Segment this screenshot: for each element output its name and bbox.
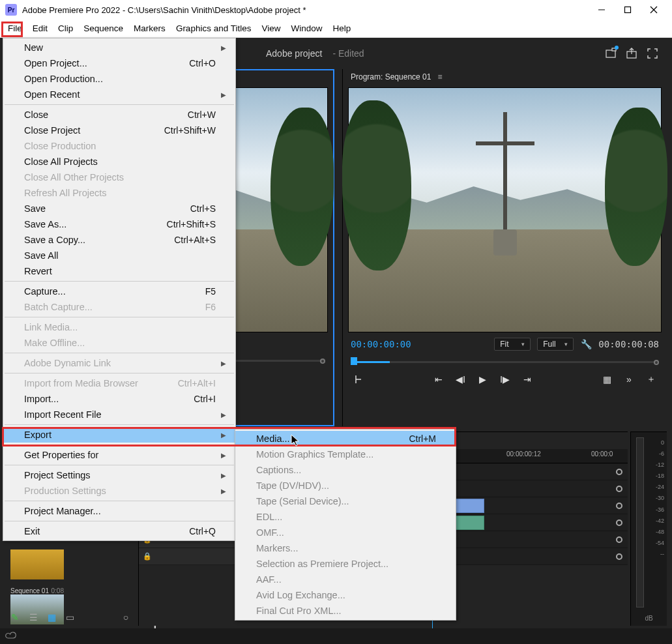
export-menu-item: Avid Log Exchange...	[235, 587, 456, 603]
file-menu-item[interactable]: Open Recent▶	[3, 87, 235, 102]
program-timecode-out: 00:00:00:08	[598, 339, 659, 349]
fullscreen-icon[interactable]	[646, 47, 659, 60]
window-maximize-button[interactable]	[615, 0, 641, 20]
file-menu-item[interactable]: Capture...F5	[3, 284, 235, 299]
menu-separator	[5, 281, 234, 282]
mark-in-icon[interactable]	[351, 372, 366, 387]
export-menu-item[interactable]: Media...Ctrl+M	[235, 431, 456, 446]
menu-item-label: Final Cut Pro XML...	[256, 606, 342, 616]
audio-meter-unit: dB	[631, 615, 667, 622]
menu-item-label: Open Recent	[24, 89, 80, 100]
program-monitor-panel: Program: Sequence 01 ≡ 00:00:00:00 Fit▾ …	[342, 69, 667, 426]
export-menu-item: AAF...	[235, 572, 456, 587]
menu-item-label: Tape (DV/HDV)...	[256, 480, 329, 491]
export-menu-item: Motion Graphics Template...	[235, 446, 456, 462]
freeform-icon[interactable]: ✎	[9, 611, 21, 623]
program-panel-menu-icon[interactable]: ≡	[437, 72, 442, 81]
menu-item-label: Production Settings	[24, 486, 106, 496]
quick-export-icon[interactable]	[604, 47, 617, 60]
menu-item-label: Get Properties for	[24, 450, 98, 460]
window-minimize-button[interactable]	[589, 0, 615, 20]
list-view-icon[interactable]: ☰	[27, 611, 39, 623]
file-menu-item[interactable]: Revert	[3, 263, 235, 279]
file-menu-item: Import from Media BrowserCtrl+Alt+I	[3, 375, 235, 391]
share-icon[interactable]	[625, 47, 638, 60]
submenu-arrow-icon: ▶	[221, 360, 226, 367]
program-scrubber[interactable]	[351, 356, 659, 368]
export-menu-item: Markers...	[235, 540, 456, 556]
menu-markers[interactable]: Markers	[128, 21, 171, 36]
audio-meter: 0 -6 -12 -18 -24 -30 -36 -42 -48 -54 -- …	[630, 432, 667, 626]
file-menu-item: Adobe Dynamic Link▶	[3, 355, 235, 371]
file-menu-item[interactable]: Import...Ctrl+I	[3, 391, 235, 407]
program-zoom-fit[interactable]: Fit▾	[494, 338, 531, 351]
menu-separator	[5, 501, 234, 501]
menu-graphics-titles[interactable]: Graphics and Titles	[171, 21, 257, 36]
project-item[interactable]	[10, 549, 64, 579]
menu-item-label: Open Production...	[24, 74, 103, 84]
workspace-title: Adobe project	[266, 48, 322, 59]
menu-item-label: Make Offline...	[24, 338, 85, 348]
program-timecode-in[interactable]: 00:00:00:00	[351, 339, 411, 349]
program-resolution-full[interactable]: Full▾	[537, 338, 574, 351]
menu-file[interactable]: File	[3, 21, 27, 36]
lift-icon[interactable]: ▦	[599, 372, 615, 387]
menu-window[interactable]: Window	[285, 21, 327, 36]
menu-item-shortcut: Ctrl+Alt+I	[178, 378, 216, 388]
window-close-button[interactable]	[641, 0, 667, 20]
file-menu-item[interactable]: Save All	[3, 248, 235, 263]
project-thumbnail	[10, 549, 64, 579]
add-marker-icon[interactable]: ＋	[643, 372, 659, 387]
file-menu-item[interactable]: New▶	[3, 40, 235, 55]
icon-view-icon[interactable]: ▦	[46, 611, 57, 623]
wrench-icon[interactable]: 🔧	[580, 338, 592, 350]
creative-cloud-icon[interactable]	[5, 630, 17, 642]
window-title: Adobe Premiere Pro 2022 - C:\Users\Sachi…	[22, 5, 589, 15]
file-menu-item[interactable]: SaveCtrl+S	[3, 201, 235, 216]
workspace-subtitle: - Edited	[332, 48, 364, 59]
menu-edit[interactable]: Edit	[27, 21, 53, 36]
file-menu-item[interactable]: CloseCtrl+W	[3, 107, 235, 123]
freeform-view-icon[interactable]: ▭	[64, 611, 76, 623]
file-menu-item[interactable]: Close All Projects	[3, 154, 235, 169]
step-forward-icon[interactable]: Ⅰ▶	[497, 372, 513, 387]
menu-separator	[5, 353, 234, 353]
file-menu-item: Batch Capture...F6	[3, 299, 235, 315]
menu-bar: File Edit Clip Sequence Markers Graphics…	[0, 20, 672, 38]
menu-separator	[5, 521, 234, 521]
play-icon[interactable]: ▶	[475, 372, 491, 387]
step-back-icon[interactable]: ◀Ⅰ	[453, 372, 469, 387]
file-menu-item[interactable]: Open Project...Ctrl+O	[3, 55, 235, 71]
track-header-a3[interactable]: 🔒	[139, 548, 239, 565]
file-menu-item[interactable]: Project Settings▶	[3, 467, 235, 483]
file-menu-item[interactable]: Close ProjectCtrl+Shift+W	[3, 123, 235, 138]
menu-item-shortcut: F5	[205, 286, 216, 297]
program-video-preview[interactable]	[348, 87, 662, 332]
file-menu-item[interactable]: ExitCtrl+Q	[3, 523, 235, 539]
file-menu-item[interactable]: Project Manager...	[3, 503, 235, 519]
file-menu-item[interactable]: Save As...Ctrl+Shift+S	[3, 216, 235, 232]
file-menu-item[interactable]: Export▶	[3, 427, 235, 443]
file-menu-item[interactable]: Import Recent File▶	[3, 407, 235, 422]
go-to-out-icon[interactable]: ⇥	[519, 372, 535, 387]
svg-rect-1	[625, 7, 631, 13]
go-to-in-icon[interactable]: ⇤	[431, 372, 446, 387]
menu-help[interactable]: Help	[327, 21, 356, 36]
project-item-duration: 0:08	[51, 587, 64, 594]
menu-item-label: Selection as Premiere Project...	[256, 559, 388, 569]
menu-item-label: Import...	[24, 394, 59, 404]
menu-clip[interactable]: Clip	[53, 21, 78, 36]
file-menu-item[interactable]: Get Properties for▶	[3, 447, 235, 463]
menu-view[interactable]: View	[256, 21, 285, 36]
more-icon[interactable]: »	[621, 372, 637, 387]
ruler-tick: 00:00:00:12	[506, 450, 541, 458]
menu-separator	[5, 373, 234, 373]
submenu-arrow-icon: ▶	[221, 488, 226, 495]
file-menu-item[interactable]: Save a Copy...Ctrl+Alt+S	[3, 232, 235, 248]
menu-item-shortcut: Ctrl+O	[189, 58, 216, 68]
menu-item-label: Import from Media Browser	[24, 378, 138, 388]
file-menu-item[interactable]: Open Production...	[3, 71, 235, 87]
file-menu-item: Refresh All Projects	[3, 185, 235, 201]
menu-sequence[interactable]: Sequence	[78, 21, 128, 36]
zoom-slider-icon[interactable]: ○	[120, 611, 132, 623]
